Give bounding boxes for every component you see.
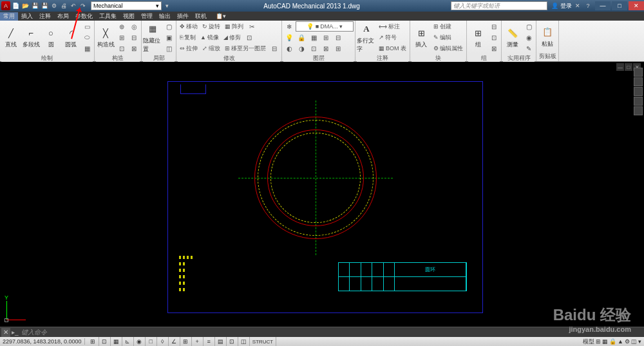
fillet-button[interactable]: ◢ 修剪	[222, 32, 243, 43]
cl4-icon[interactable]: ⊟	[128, 32, 140, 43]
movelayer-button[interactable]: ⊞ 移至另一图层	[223, 43, 268, 53]
doc-max-icon[interactable]: □	[625, 63, 632, 71]
annoscale-icon[interactable]: 🔒	[609, 338, 616, 345]
line-button[interactable]: ╱直线	[1, 21, 21, 53]
hatch-icon[interactable]: ▦	[81, 43, 93, 53]
saveas-icon[interactable]: 💾	[40, 1, 49, 10]
new-icon[interactable]: 📄	[11, 1, 20, 10]
maximize-button[interactable]: □	[612, 1, 627, 10]
group-button[interactable]: ⊞组	[468, 21, 488, 53]
dim-button[interactable]: ⟷ 标注	[377, 21, 402, 32]
array-button[interactable]: ▦ 阵列	[223, 21, 245, 32]
layer1-icon[interactable]: ❄	[283, 21, 295, 32]
nav2-icon[interactable]	[634, 77, 643, 86]
status-r6-icon[interactable]: ▾	[638, 338, 641, 345]
modify-x2-icon[interactable]: ⊡	[243, 32, 255, 43]
drawing-canvas[interactable]: 圆环 Y	[0, 62, 644, 327]
status-r5-icon[interactable]: ◫	[631, 338, 637, 345]
sc-icon[interactable]: ◫	[238, 337, 250, 346]
lwt-icon[interactable]: ≡	[204, 337, 215, 346]
cl6-icon[interactable]: ⊠	[128, 43, 140, 53]
close-button[interactable]: ✕	[629, 1, 644, 10]
mirror-button[interactable]: ▲ 镜像	[198, 32, 221, 43]
osnap3d-icon[interactable]: ◊	[157, 337, 169, 346]
layer8-icon[interactable]: ◑	[296, 43, 307, 53]
layer4-icon[interactable]: ▦	[308, 32, 319, 43]
centerline-icon[interactable]: ⊕	[116, 21, 128, 32]
tab-view[interactable]: 视图	[120, 12, 138, 21]
detail3-icon[interactable]: ◫	[163, 43, 175, 53]
model-badge[interactable]: 模型	[583, 338, 594, 346]
scale-button[interactable]: ⤢ 缩放	[200, 43, 222, 53]
util3-icon[interactable]: ✎	[523, 43, 535, 53]
snap-icon[interactable]: ⊡	[99, 337, 111, 346]
qat-dropdown-icon[interactable]: ▾	[162, 1, 171, 10]
editprops-button[interactable]: ⚙ 编辑属性	[431, 43, 465, 53]
status-r2-icon[interactable]: ▦	[602, 338, 608, 345]
cl5-icon[interactable]: ⊡	[116, 43, 128, 53]
grid-icon[interactable]: ▦	[111, 337, 122, 346]
tab-annotate[interactable]: 注释	[36, 12, 54, 21]
tab-manage[interactable]: 管理	[138, 12, 156, 21]
hide-button[interactable]: ▦隐藏位置	[143, 21, 162, 53]
rotate-button[interactable]: ↻ 旋转	[200, 21, 222, 32]
doc-min-icon[interactable]: —	[616, 63, 624, 71]
circle-button[interactable]: ○圆	[41, 21, 61, 53]
layer5-icon[interactable]: ⊞	[320, 32, 332, 43]
tab-output[interactable]: 输出	[156, 12, 174, 21]
status-r3-icon[interactable]: ▲	[618, 338, 623, 345]
group2-icon[interactable]: ⊡	[488, 32, 500, 43]
layer-combo[interactable]: 💡 ■ DMA... ▾	[296, 21, 354, 32]
nav1-icon[interactable]	[634, 68, 643, 77]
cmd-close-icon[interactable]: ✕	[1, 328, 10, 337]
exchange-icon[interactable]: ✕	[573, 1, 582, 10]
leader-button[interactable]: ↗ 符号	[377, 32, 399, 43]
util2-icon[interactable]: ◉	[523, 32, 535, 43]
app-menu-icon[interactable]: A	[1, 1, 10, 10]
layer2-icon[interactable]: 💡	[283, 32, 295, 43]
infer-icon[interactable]: ⊞	[88, 337, 99, 346]
xline-button[interactable]: ╳构造线	[96, 21, 115, 53]
ducs-icon[interactable]: ⊞	[180, 337, 192, 346]
help-icon[interactable]: ?	[583, 1, 592, 10]
edit-button[interactable]: ✎ 编辑	[431, 32, 453, 43]
command-line[interactable]: ✕ ▸_ 键入命令	[0, 327, 644, 337]
tab-home[interactable]: 常用	[0, 12, 18, 21]
struct-label[interactable]: STRUCT	[250, 337, 276, 346]
layer11-icon[interactable]: ⊞	[332, 43, 344, 53]
qp-icon[interactable]: ⊡	[227, 337, 238, 346]
group3-icon[interactable]: ⊠	[488, 43, 500, 53]
dyn-icon[interactable]: +	[192, 337, 204, 346]
mtext-button[interactable]: A多行文字	[357, 21, 376, 53]
status-r4-icon[interactable]: ⚙	[625, 338, 630, 345]
util1-icon[interactable]: ▢	[523, 21, 535, 32]
layer6-icon[interactable]: ⊟	[332, 32, 344, 43]
nav4-icon[interactable]	[634, 97, 643, 106]
tab-online[interactable]: 联机	[192, 12, 210, 21]
cl2-icon[interactable]: ◎	[128, 21, 140, 32]
stretch-button[interactable]: ⇔ 拉伸	[178, 43, 200, 53]
workspace-combo[interactable]: Mechanical ▾	[91, 1, 162, 10]
detail2-icon[interactable]: ▣	[163, 32, 175, 43]
signin-icon[interactable]: 👤	[550, 1, 559, 10]
layer10-icon[interactable]: ⊠	[320, 43, 332, 53]
tpy-icon[interactable]: ▤	[215, 337, 227, 346]
help-search-input[interactable]: 键入关键字或短语	[451, 1, 547, 10]
layer9-icon[interactable]: ⊡	[308, 43, 319, 53]
layer7-icon[interactable]: ◐	[283, 43, 295, 53]
tab-insert[interactable]: 插入	[18, 12, 36, 21]
nav3-icon[interactable]	[634, 87, 643, 96]
nav5-icon[interactable]	[634, 106, 643, 115]
polyline-button[interactable]: ⌐多段线	[21, 21, 41, 53]
signin-label[interactable]: 登录	[560, 1, 572, 10]
save-icon[interactable]: 💾	[30, 1, 39, 10]
cl3-icon[interactable]: ⊞	[116, 32, 128, 43]
tab-plugins[interactable]: 插件	[174, 12, 192, 21]
ellipse-icon[interactable]: ⬭	[81, 32, 93, 43]
create-button[interactable]: ⊞ 创建	[431, 21, 453, 32]
layer3-icon[interactable]: 🔒	[296, 32, 307, 43]
bom-button[interactable]: ▦ BOM 表	[377, 43, 408, 53]
measure-button[interactable]: 📏测量	[503, 21, 522, 53]
osnap-icon[interactable]: □	[146, 337, 157, 346]
plot-icon[interactable]: 🖨	[59, 1, 68, 10]
